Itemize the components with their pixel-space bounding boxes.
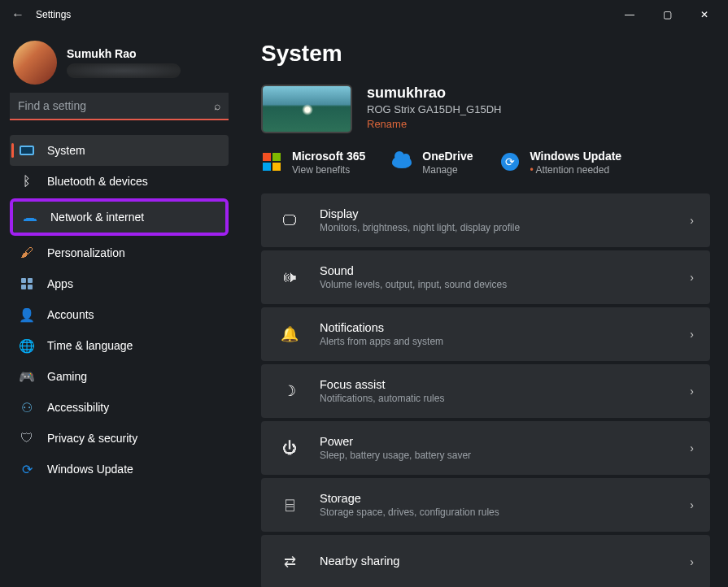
m365-icon — [261, 151, 282, 172]
status-m365[interactable]: Microsoft 365 View benefits — [261, 150, 365, 176]
status-onedrive-title: OneDrive — [422, 150, 473, 163]
cloud-icon — [391, 151, 412, 172]
highlight-annotation: Network & internet — [10, 198, 229, 236]
nearby-icon: ⇄ — [277, 553, 302, 571]
sidebar-item-label: System — [47, 144, 85, 157]
sidebar-item-label: Time & language — [47, 339, 133, 352]
card-subtitle: Alerts from apps and system — [320, 336, 443, 347]
sidebar-item-label: Network & internet — [50, 211, 144, 224]
sidebar-item-bluetooth[interactable]: ᛒBluetooth & devices — [10, 166, 229, 197]
device-model: ROG Strix GA15DH_G15DH — [367, 103, 501, 115]
display-icon: 🖵 — [277, 212, 302, 229]
card-storage[interactable]: ⌸StorageStorage space, drives, configura… — [261, 478, 710, 532]
status-m365-sub: View benefits — [292, 164, 365, 176]
card-title: Notifications — [320, 321, 443, 334]
card-subtitle: Monitors, brightness, night light, displ… — [320, 222, 520, 233]
card-title: Nearby sharing — [320, 554, 399, 567]
sidebar-item-apps[interactable]: Apps — [10, 268, 229, 299]
accessibility-icon: ⚇ — [18, 400, 36, 415]
power-icon: ⏻ — [277, 440, 302, 457]
close-button[interactable]: ✕ — [686, 0, 723, 29]
sync-icon: ⟳ — [18, 462, 36, 476]
sidebar-item-label: Accounts — [47, 308, 94, 321]
chevron-right-icon: › — [690, 271, 694, 284]
status-update-sub: Attention needed — [530, 164, 622, 176]
sidebar-item-update[interactable]: ⟳Windows Update — [10, 454, 229, 485]
chevron-right-icon: › — [690, 385, 694, 398]
profile-block[interactable]: Sumukh Rao — [13, 41, 229, 85]
sidebar-item-personalization[interactable]: 🖌Personalization — [10, 237, 229, 268]
window-controls: — ▢ ✕ — [611, 0, 723, 29]
card-title: Sound — [320, 264, 507, 277]
update-status-icon: ⟳ — [499, 151, 521, 172]
card-power[interactable]: ⏻PowerSleep, battery usage, battery save… — [261, 421, 710, 475]
chevron-right-icon: › — [690, 328, 694, 341]
chevron-right-icon: › — [690, 555, 694, 568]
moon-icon: ☽ — [277, 382, 302, 400]
minimize-button[interactable]: — — [611, 0, 648, 29]
sidebar-item-label: Windows Update — [47, 463, 133, 476]
sidebar-item-label: Privacy & security — [47, 432, 137, 445]
device-row: sumukhrao ROG Strix GA15DH_G15DH Rename — [261, 85, 710, 133]
sidebar-item-label: Bluetooth & devices — [47, 175, 148, 188]
status-onedrive[interactable]: OneDrive Manage — [391, 150, 473, 176]
sidebar-item-time[interactable]: 🌐Time & language — [10, 330, 229, 361]
search-icon: ⌕ — [214, 99, 220, 112]
card-subtitle: Storage space, drives, configuration rul… — [320, 507, 499, 518]
sidebar-item-label: Apps — [47, 277, 73, 290]
sidebar-item-network[interactable]: Network & internet — [13, 202, 225, 233]
sidebar-item-label: Gaming — [47, 370, 87, 383]
profile-email-redacted — [67, 63, 181, 78]
search-wrap: ⌕ — [10, 93, 229, 120]
card-subtitle: Volume levels, output, input, sound devi… — [320, 279, 507, 290]
profile-name: Sumukh Rao — [67, 47, 181, 60]
sidebar-item-accessibility[interactable]: ⚇Accessibility — [10, 392, 229, 423]
bell-icon: 🔔 — [277, 325, 302, 343]
window-title: Settings — [36, 9, 71, 20]
sidebar-item-system[interactable]: System — [10, 135, 229, 166]
chevron-right-icon: › — [690, 214, 694, 227]
system-icon — [18, 143, 36, 158]
back-button[interactable]: ← — [5, 7, 31, 22]
sidebar-item-gaming[interactable]: 🎮Gaming — [10, 361, 229, 392]
gamepad-icon: 🎮 — [18, 369, 36, 384]
device-hostname: sumukhrao — [367, 85, 501, 102]
bluetooth-icon: ᛒ — [18, 174, 36, 189]
sidebar: Sumukh Rao ⌕ SystemᛒBluetooth & devicesN… — [0, 29, 240, 587]
wifi-icon — [21, 210, 39, 224]
settings-card-list: 🖵DisplayMonitors, brightness, night ligh… — [261, 193, 710, 587]
card-display[interactable]: 🖵DisplayMonitors, brightness, night ligh… — [261, 193, 710, 247]
card-title: Storage — [320, 492, 499, 505]
sidebar-item-label: Personalization — [47, 246, 125, 259]
person-icon: 👤 — [18, 307, 36, 322]
maximize-button[interactable]: ▢ — [648, 0, 686, 29]
status-onedrive-sub: Manage — [422, 164, 473, 176]
rename-link[interactable]: Rename — [367, 118, 501, 130]
sidebar-item-label: Accessibility — [47, 401, 109, 414]
status-update[interactable]: ⟳ Windows Update Attention needed — [499, 150, 622, 176]
status-update-title: Windows Update — [530, 150, 622, 163]
status-row: Microsoft 365 View benefits OneDrive Man… — [261, 150, 710, 176]
card-title: Focus assist — [320, 378, 444, 391]
brush-icon: 🖌 — [18, 246, 36, 260]
page-title: System — [261, 41, 710, 67]
drive-icon: ⌸ — [277, 497, 302, 514]
card-notifications[interactable]: 🔔NotificationsAlerts from apps and syste… — [261, 307, 710, 361]
chevron-right-icon: › — [690, 498, 694, 511]
card-title: Power — [320, 435, 471, 448]
titlebar: ← Settings — ▢ ✕ — [0, 0, 728, 29]
card-sound[interactable]: 🕪SoundVolume levels, output, input, soun… — [261, 250, 710, 304]
chevron-right-icon: › — [690, 441, 694, 454]
globe-clock-icon: 🌐 — [18, 338, 36, 353]
apps-icon — [18, 276, 36, 291]
search-input[interactable] — [10, 93, 229, 120]
sidebar-item-privacy[interactable]: 🛡Privacy & security — [10, 423, 229, 454]
device-thumbnail[interactable] — [261, 85, 352, 133]
card-focus[interactable]: ☽Focus assistNotifications, automatic ru… — [261, 364, 710, 418]
avatar — [13, 41, 57, 85]
card-title: Display — [320, 207, 520, 220]
card-subtitle: Sleep, battery usage, battery saver — [320, 450, 471, 461]
sidebar-item-accounts[interactable]: 👤Accounts — [10, 299, 229, 330]
card-nearby[interactable]: ⇄Nearby sharing› — [261, 535, 710, 587]
card-subtitle: Notifications, automatic rules — [320, 393, 444, 404]
